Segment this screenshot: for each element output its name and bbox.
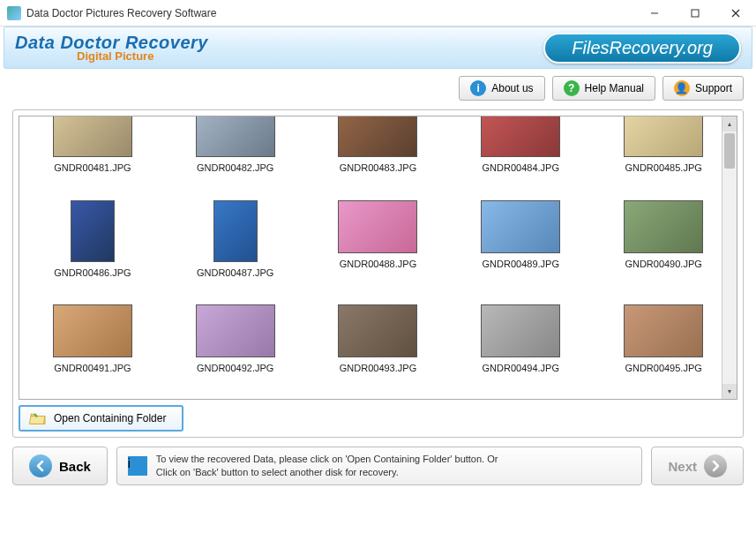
thumbnail-image[interactable] <box>481 116 560 157</box>
thumbnail-image[interactable] <box>53 116 132 157</box>
thumbnail-label: GNDR00495.JPG <box>625 363 701 373</box>
thumbnail-image[interactable] <box>624 116 703 157</box>
back-button[interactable]: Back <box>12 447 108 485</box>
next-label: Next <box>668 459 697 474</box>
thumbnail-image[interactable] <box>213 200 258 262</box>
thumbnail-label: GNDR00487.JPG <box>197 267 273 278</box>
banner-site: FilesRecovery.org <box>543 33 741 64</box>
support-icon: 👤 <box>674 80 690 96</box>
thumbnail-item[interactable]: GNDR00491.JPG <box>23 304 162 394</box>
footer: Back i To view the recovered Data, pleas… <box>0 438 756 485</box>
scroll-down-button[interactable]: ▾ <box>722 384 737 399</box>
thumbnail-label: GNDR00493.JPG <box>340 363 416 373</box>
thumbnail-image[interactable] <box>53 304 132 357</box>
brand-subtitle: Digital Picture <box>77 49 208 63</box>
site-pill: FilesRecovery.org <box>543 33 741 64</box>
scroll-thumb[interactable] <box>724 133 735 169</box>
support-label: Support <box>695 82 732 94</box>
thumbnail-item[interactable]: GNDR00489.JPG <box>451 200 590 298</box>
info-bar: i About us ? Help Manual 👤 Support <box>0 69 756 104</box>
thumbnail-item[interactable]: GNDR00493.JPG <box>309 304 448 394</box>
back-arrow-icon <box>29 454 52 477</box>
support-button[interactable]: 👤 Support <box>662 76 744 101</box>
thumbnail-image[interactable] <box>481 200 560 253</box>
thumbnail-image[interactable] <box>71 200 115 262</box>
results-panel: GNDR00481.JPGGNDR00482.JPGGNDR00483.JPGG… <box>12 109 744 438</box>
titlebar: Data Doctor Pictures Recovery Software <box>0 0 756 26</box>
back-label: Back <box>59 459 91 474</box>
thumbnail-image[interactable] <box>624 304 703 357</box>
thumbnail-item[interactable]: GNDR00494.JPG <box>451 304 590 394</box>
about-label: About us <box>491 82 533 94</box>
thumbnail-item[interactable]: GNDR00487.JPG <box>166 200 305 298</box>
thumbnail-image[interactable] <box>338 200 417 253</box>
thumbnail-label: GNDR00489.JPG <box>483 259 559 269</box>
thumbnail-label: GNDR00483.JPG <box>340 162 416 173</box>
thumbnail-image[interactable] <box>481 304 560 357</box>
thumbnail-label: GNDR00492.JPG <box>197 363 273 373</box>
thumbnail-grid-wrap: GNDR00481.JPGGNDR00482.JPGGNDR00483.JPGG… <box>19 116 737 400</box>
app-icon <box>7 6 21 20</box>
thumbnail-label: GNDR00485.JPG <box>625 162 701 173</box>
thumbnail-label: GNDR00486.JPG <box>54 267 131 278</box>
hint-line-1: To view the recovered Data, please click… <box>156 453 498 466</box>
thumbnail-label: GNDR00494.JPG <box>483 363 559 373</box>
thumbnail-label: GNDR00488.JPG <box>340 259 416 269</box>
open-folder-label: Open Containing Folder <box>54 412 166 424</box>
thumbnail-image[interactable] <box>624 200 703 253</box>
thumbnail-item[interactable]: GNDR00495.JPG <box>594 304 733 394</box>
maximize-button[interactable] <box>675 0 715 26</box>
window-title: Data Doctor Pictures Recovery Software <box>26 7 634 19</box>
folder-icon <box>29 411 47 425</box>
open-containing-folder-button[interactable]: Open Containing Folder <box>19 405 183 432</box>
thumbnail-item[interactable]: GNDR00492.JPG <box>166 304 305 394</box>
thumbnail-item[interactable]: GNDR00486.JPG <box>23 200 162 298</box>
thumbnail-label: GNDR00484.JPG <box>483 162 559 173</box>
close-button[interactable] <box>715 0 756 26</box>
banner: Data Doctor Recovery Digital Picture Fil… <box>4 26 752 69</box>
thumbnail-item[interactable]: GNDR00482.JPG <box>166 122 305 193</box>
help-label: Help Manual <box>585 82 644 94</box>
thumbnail-grid[interactable]: GNDR00481.JPGGNDR00482.JPGGNDR00483.JPGG… <box>19 116 737 399</box>
thumbnail-image[interactable] <box>196 116 275 157</box>
scroll-track[interactable] <box>722 131 737 384</box>
next-arrow-icon <box>704 454 727 477</box>
thumbnail-image[interactable] <box>196 304 275 357</box>
info-icon: i <box>470 80 486 96</box>
help-button[interactable]: ? Help Manual <box>552 76 655 101</box>
about-button[interactable]: i About us <box>459 76 544 101</box>
thumbnail-item[interactable]: GNDR00485.JPG <box>594 122 733 193</box>
hint-info-icon: i <box>128 456 147 476</box>
thumbnail-label: GNDR00491.JPG <box>54 363 131 373</box>
thumbnail-image[interactable] <box>338 304 417 357</box>
help-icon: ? <box>564 80 580 96</box>
scroll-up-button[interactable]: ▴ <box>722 116 737 131</box>
thumbnail-item[interactable]: GNDR00481.JPG <box>23 122 162 193</box>
thumbnail-item[interactable]: GNDR00490.JPG <box>594 200 733 298</box>
thumbnail-label: GNDR00482.JPG <box>197 162 273 173</box>
thumbnail-item[interactable]: GNDR00483.JPG <box>309 122 448 193</box>
thumbnail-item[interactable]: GNDR00484.JPG <box>451 122 590 193</box>
svg-rect-1 <box>692 10 699 17</box>
thumbnail-label: GNDR00481.JPG <box>54 162 131 173</box>
hint-text: To view the recovered Data, please click… <box>156 453 498 480</box>
thumbnail-item[interactable]: GNDR00488.JPG <box>309 200 448 298</box>
hint-line-2: Click on 'Back' button to select another… <box>156 466 498 479</box>
hint-box: i To view the recovered Data, please cli… <box>116 447 643 485</box>
thumbnail-label: GNDR00490.JPG <box>625 259 701 269</box>
brand: Data Doctor Recovery Digital Picture <box>15 33 208 63</box>
thumbnail-image[interactable] <box>338 116 417 157</box>
minimize-button[interactable] <box>634 0 675 26</box>
next-button[interactable]: Next <box>651 447 744 485</box>
scrollbar[interactable]: ▴ ▾ <box>722 116 737 399</box>
